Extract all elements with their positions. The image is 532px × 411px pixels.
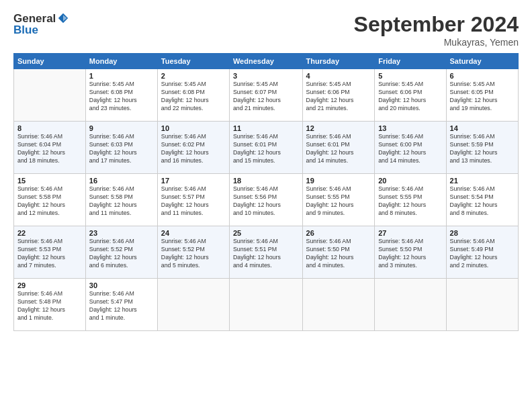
day-number: 20 bbox=[378, 177, 442, 185]
day-info: Sunrise: 5:46 AM Sunset: 6:02 PM Dayligh… bbox=[161, 133, 226, 165]
calendar-day-cell: 18Sunrise: 5:46 AM Sunset: 5:56 PM Dayli… bbox=[229, 174, 302, 226]
day-info: Sunrise: 5:46 AM Sunset: 5:47 PM Dayligh… bbox=[89, 290, 154, 322]
calendar-week-row: 1Sunrise: 5:45 AM Sunset: 6:08 PM Daylig… bbox=[14, 69, 519, 122]
calendar-day-cell: 6Sunrise: 5:45 AM Sunset: 6:05 PM Daylig… bbox=[446, 69, 518, 122]
day-info: Sunrise: 5:46 AM Sunset: 5:55 PM Dayligh… bbox=[306, 185, 371, 218]
day-number: 8 bbox=[17, 124, 82, 132]
day-number: 26 bbox=[306, 229, 371, 237]
logo-blue-text: Blue bbox=[13, 24, 69, 37]
calendar-day-cell: 15Sunrise: 5:46 AM Sunset: 5:58 PM Dayli… bbox=[14, 174, 86, 226]
location-subtitle: Mukayras, Yemen bbox=[354, 37, 519, 48]
calendar-week-row: 15Sunrise: 5:46 AM Sunset: 5:58 PM Dayli… bbox=[14, 174, 519, 226]
calendar-day-cell: 30Sunrise: 5:46 AM Sunset: 5:47 PM Dayli… bbox=[85, 279, 157, 331]
calendar-day-cell: 27Sunrise: 5:46 AM Sunset: 5:50 PM Dayli… bbox=[375, 226, 446, 279]
calendar-week-row: 29Sunrise: 5:46 AM Sunset: 5:48 PM Dayli… bbox=[14, 279, 519, 331]
header-wednesday: Wednesday bbox=[229, 54, 302, 69]
logo: General Blue bbox=[13, 12, 69, 37]
day-info: Sunrise: 5:46 AM Sunset: 5:58 PM Dayligh… bbox=[17, 185, 82, 218]
day-info: Sunrise: 5:46 AM Sunset: 5:51 PM Dayligh… bbox=[233, 238, 299, 270]
calendar-week-row: 22Sunrise: 5:46 AM Sunset: 5:53 PM Dayli… bbox=[14, 226, 519, 279]
calendar-day-cell: 16Sunrise: 5:46 AM Sunset: 5:58 PM Dayli… bbox=[85, 174, 157, 226]
day-number: 19 bbox=[306, 177, 371, 185]
day-number: 23 bbox=[89, 229, 154, 237]
empty-cell bbox=[446, 279, 518, 331]
calendar-day-cell: 10Sunrise: 5:46 AM Sunset: 6:02 PM Dayli… bbox=[157, 122, 229, 174]
empty-cell bbox=[375, 279, 446, 331]
calendar-day-cell: 1Sunrise: 5:45 AM Sunset: 6:08 PM Daylig… bbox=[85, 69, 157, 122]
calendar-day-cell: 28Sunrise: 5:46 AM Sunset: 5:49 PM Dayli… bbox=[446, 226, 518, 279]
day-number: 12 bbox=[306, 124, 371, 132]
day-number: 21 bbox=[450, 177, 515, 185]
calendar-day-cell: 11Sunrise: 5:46 AM Sunset: 6:01 PM Dayli… bbox=[229, 122, 302, 174]
day-info: Sunrise: 5:45 AM Sunset: 6:06 PM Dayligh… bbox=[378, 81, 442, 113]
day-number: 1 bbox=[89, 72, 154, 80]
day-number: 9 bbox=[89, 124, 154, 132]
empty-cell bbox=[14, 69, 86, 122]
day-number: 16 bbox=[89, 177, 154, 185]
calendar-day-cell: 22Sunrise: 5:46 AM Sunset: 5:53 PM Dayli… bbox=[14, 226, 86, 279]
day-info: Sunrise: 5:46 AM Sunset: 5:49 PM Dayligh… bbox=[450, 238, 515, 270]
header-tuesday: Tuesday bbox=[157, 54, 229, 69]
calendar-day-cell: 25Sunrise: 5:46 AM Sunset: 5:51 PM Dayli… bbox=[229, 226, 302, 279]
header-saturday: Saturday bbox=[446, 54, 518, 69]
day-info: Sunrise: 5:46 AM Sunset: 5:50 PM Dayligh… bbox=[378, 238, 442, 270]
day-number: 29 bbox=[17, 281, 82, 289]
day-number: 22 bbox=[17, 229, 82, 237]
calendar-day-cell: 9Sunrise: 5:46 AM Sunset: 6:03 PM Daylig… bbox=[85, 122, 157, 174]
title-block: September 2024 Mukayras, Yemen bbox=[354, 12, 519, 48]
calendar-day-cell: 20Sunrise: 5:46 AM Sunset: 5:55 PM Dayli… bbox=[375, 174, 446, 226]
day-info: Sunrise: 5:46 AM Sunset: 5:50 PM Dayligh… bbox=[306, 238, 371, 270]
calendar-day-cell: 8Sunrise: 5:46 AM Sunset: 6:04 PM Daylig… bbox=[14, 122, 86, 174]
day-number: 13 bbox=[378, 124, 442, 132]
header-monday: Monday bbox=[85, 54, 157, 69]
day-number: 6 bbox=[450, 72, 515, 80]
day-info: Sunrise: 5:45 AM Sunset: 6:05 PM Dayligh… bbox=[450, 81, 515, 113]
calendar-week-row: 8Sunrise: 5:46 AM Sunset: 6:04 PM Daylig… bbox=[14, 122, 519, 174]
logo-icon bbox=[57, 12, 69, 24]
day-info: Sunrise: 5:46 AM Sunset: 6:01 PM Dayligh… bbox=[306, 133, 371, 165]
calendar-table: SundayMondayTuesdayWednesdayThursdayFrid… bbox=[13, 53, 519, 331]
calendar-day-cell: 2Sunrise: 5:45 AM Sunset: 6:08 PM Daylig… bbox=[157, 69, 229, 122]
header-friday: Friday bbox=[375, 54, 446, 69]
day-number: 5 bbox=[378, 72, 442, 80]
day-info: Sunrise: 5:46 AM Sunset: 5:53 PM Dayligh… bbox=[17, 238, 82, 270]
day-info: Sunrise: 5:45 AM Sunset: 6:08 PM Dayligh… bbox=[89, 81, 154, 113]
empty-cell bbox=[229, 279, 302, 331]
empty-cell bbox=[157, 279, 229, 331]
calendar-page: General Blue September 2024 Mukayras, Ye… bbox=[0, 0, 532, 411]
calendar-day-cell: 5Sunrise: 5:45 AM Sunset: 6:06 PM Daylig… bbox=[375, 69, 446, 122]
day-info: Sunrise: 5:46 AM Sunset: 6:01 PM Dayligh… bbox=[233, 133, 299, 165]
day-info: Sunrise: 5:46 AM Sunset: 5:57 PM Dayligh… bbox=[161, 185, 226, 218]
calendar-day-cell: 17Sunrise: 5:46 AM Sunset: 5:57 PM Dayli… bbox=[157, 174, 229, 226]
calendar-day-cell: 13Sunrise: 5:46 AM Sunset: 6:00 PM Dayli… bbox=[375, 122, 446, 174]
calendar-day-cell: 4Sunrise: 5:45 AM Sunset: 6:06 PM Daylig… bbox=[302, 69, 375, 122]
day-info: Sunrise: 5:45 AM Sunset: 6:08 PM Dayligh… bbox=[161, 81, 226, 113]
day-number: 24 bbox=[161, 229, 226, 237]
day-number: 3 bbox=[233, 72, 299, 80]
day-info: Sunrise: 5:46 AM Sunset: 5:52 PM Dayligh… bbox=[89, 238, 154, 270]
day-number: 25 bbox=[233, 229, 299, 237]
header-sunday: Sunday bbox=[14, 54, 86, 69]
day-info: Sunrise: 5:46 AM Sunset: 5:56 PM Dayligh… bbox=[233, 185, 299, 218]
calendar-day-cell: 23Sunrise: 5:46 AM Sunset: 5:52 PM Dayli… bbox=[85, 226, 157, 279]
day-info: Sunrise: 5:46 AM Sunset: 5:52 PM Dayligh… bbox=[161, 238, 226, 270]
day-number: 14 bbox=[450, 124, 515, 132]
empty-cell bbox=[302, 279, 375, 331]
day-number: 2 bbox=[161, 72, 226, 80]
day-number: 4 bbox=[306, 72, 371, 80]
day-number: 10 bbox=[161, 124, 226, 132]
calendar-day-cell: 21Sunrise: 5:46 AM Sunset: 5:54 PM Dayli… bbox=[446, 174, 518, 226]
calendar-day-cell: 29Sunrise: 5:46 AM Sunset: 5:48 PM Dayli… bbox=[14, 279, 86, 331]
calendar-day-cell: 19Sunrise: 5:46 AM Sunset: 5:55 PM Dayli… bbox=[302, 174, 375, 226]
day-info: Sunrise: 5:46 AM Sunset: 5:48 PM Dayligh… bbox=[17, 290, 82, 322]
day-number: 27 bbox=[378, 229, 442, 237]
calendar-day-cell: 3Sunrise: 5:45 AM Sunset: 6:07 PM Daylig… bbox=[229, 69, 302, 122]
day-number: 15 bbox=[17, 177, 82, 185]
calendar-day-cell: 12Sunrise: 5:46 AM Sunset: 6:01 PM Dayli… bbox=[302, 122, 375, 174]
day-info: Sunrise: 5:46 AM Sunset: 6:00 PM Dayligh… bbox=[378, 133, 442, 165]
day-number: 30 bbox=[89, 281, 154, 289]
day-info: Sunrise: 5:46 AM Sunset: 5:54 PM Dayligh… bbox=[450, 185, 515, 218]
day-info: Sunrise: 5:45 AM Sunset: 6:07 PM Dayligh… bbox=[233, 81, 299, 113]
calendar-day-cell: 24Sunrise: 5:46 AM Sunset: 5:52 PM Dayli… bbox=[157, 226, 229, 279]
day-info: Sunrise: 5:46 AM Sunset: 5:58 PM Dayligh… bbox=[89, 185, 154, 218]
